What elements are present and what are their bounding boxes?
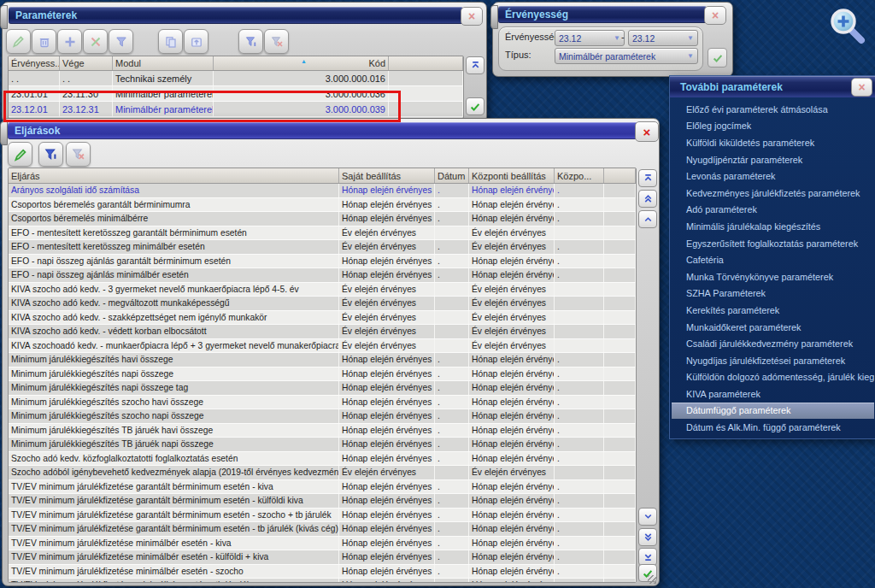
table-row[interactable]: EFO - napi összeg ajánlás garantált bérm… — [9, 255, 636, 269]
table-row[interactable]: Szocho adó kedv. közfoglalkoztatotti fog… — [9, 452, 636, 467]
panel-item[interactable]: Adó paraméterek — [672, 202, 874, 219]
table-row[interactable]: TV/EV minimum járulékfizetése minimálbér… — [9, 579, 636, 583]
close-button[interactable]: × — [851, 78, 872, 97]
table-row[interactable]: KIVA szocho adó kedv. - szakképzettséget… — [9, 311, 636, 326]
panel-item[interactable]: Külföldön dolgozó adómentesség, járulék … — [672, 369, 874, 386]
filter-clear-button[interactable] — [264, 29, 289, 54]
panel-item[interactable]: Külföldi kiküldetés paraméterek — [672, 134, 874, 151]
panel-item[interactable]: Dátumfüggő paraméterek — [672, 403, 874, 420]
table-row[interactable]: TV/EV minimum járulékfizetése garantált … — [9, 522, 636, 537]
panel-item[interactable]: Levonás paraméterek — [672, 168, 874, 185]
table-row[interactable]: Minimum járulékkiegészítés napi összege … — [9, 381, 636, 396]
header-cell[interactable]: Eljárás — [9, 168, 339, 183]
close-button[interactable]: × — [704, 6, 726, 25]
table-row[interactable]: TV/EV minimum járulékfizetése garantált … — [9, 480, 636, 495]
panel-titlebar[interactable]: További paraméterek — [670, 76, 875, 97]
panel-item[interactable]: Minimális járulékalap kiegészítés — [672, 218, 874, 235]
scroll-top-button[interactable] — [638, 169, 657, 187]
delete-button[interactable] — [32, 29, 56, 54]
header-cell-sorted[interactable]: ▲ Kód — [214, 56, 389, 70]
panel-item[interactable]: Munkaidőkeret paraméterek — [672, 319, 874, 336]
type-select[interactable]: Minimálbér paraméterek ▼ — [555, 48, 698, 64]
table-row[interactable]: KIVA szochoadó kedv. - munkaerőpiacra lé… — [9, 339, 636, 354]
table-row[interactable]: Arányos szolgálati idő számításaHónap el… — [9, 184, 636, 198]
panel-item[interactable]: Családi járulékkedvezmény paraméterek — [672, 335, 874, 352]
table-row[interactable]: EFO - napi összeg ajánlás minimálbér ese… — [9, 268, 636, 283]
header-cell[interactable]: Érvényess... — [9, 56, 60, 70]
cell: . — [555, 438, 604, 451]
table-row[interactable]: Minimum járulékkiegészítés szocho napi ö… — [9, 409, 636, 424]
table-row[interactable]: TV/EV minimum járulékfizetése minimálbér… — [9, 565, 636, 579]
filter-button[interactable] — [109, 29, 133, 54]
page-down-button[interactable] — [638, 528, 657, 546]
panel-item[interactable]: Kedvezményes járulékfizetés paraméterek — [672, 185, 874, 202]
table-row[interactable]: TV/EV minimum járulékfizetése minimálbér… — [9, 550, 636, 565]
edit-button[interactable] — [8, 142, 32, 167]
cell — [604, 184, 636, 197]
panel-item[interactable]: Egyszerűsített foglalkoztatás paramétere… — [672, 235, 874, 252]
table-row[interactable]: Minimum járulékkiegészítés napi összegeH… — [9, 368, 636, 382]
panel-item[interactable]: Előző évi paraméterek átmásolása — [672, 101, 874, 118]
header-cell[interactable]: Vége — [60, 56, 113, 70]
header-cell[interactable]: Közpo... — [555, 168, 604, 183]
type-value: Minimálbér paraméterek — [559, 51, 687, 62]
close-button[interactable]: × — [635, 121, 659, 142]
confirm-button[interactable] — [708, 48, 727, 68]
panel-item[interactable]: Előleg jogcímek — [672, 118, 874, 135]
header-cell[interactable]: Modul — [113, 56, 214, 70]
add-button[interactable] — [57, 29, 82, 54]
panel-item[interactable]: KIVA paraméterek — [672, 385, 874, 403]
edit-button[interactable] — [6, 29, 31, 54]
table-row[interactable]: Minimum járulékkiegészítés szocho havi ö… — [9, 396, 636, 410]
header-cell[interactable] — [604, 168, 636, 183]
cell: . — [555, 424, 604, 438]
table-row[interactable]: Minimum járulékkiegészítés TB járuék nap… — [9, 438, 636, 452]
header-cell[interactable] — [389, 56, 463, 70]
table-row[interactable]: Minimum járulékkiegészítés havi összegeH… — [9, 353, 636, 368]
header-cell[interactable]: Saját beállítás — [339, 168, 435, 183]
zoom-in-button[interactable] — [825, 5, 870, 50]
validity-to-select[interactable]: 23.12 ▼ — [628, 30, 698, 46]
filter-clear-button[interactable] — [66, 142, 91, 167]
table-row[interactable]: EFO - mentesített keretösszeg minimálbér… — [9, 240, 636, 255]
eljarasok-titlebar[interactable]: Eljárások — [8, 122, 640, 139]
scroll-bottom-button[interactable] — [638, 548, 657, 566]
table-row[interactable]: Szocho adóból igénybevehető kedvezmények… — [9, 466, 636, 480]
panel-item[interactable]: SZHA Paraméterek — [672, 285, 874, 303]
ervenyesseg-titlebar[interactable]: Érvényesség — [498, 6, 707, 23]
table-row[interactable]: EFO - mentesített keretösszeg garantált … — [9, 226, 636, 241]
header-cell[interactable]: Dátum — [435, 168, 469, 183]
panel-item[interactable]: Munka Törvénykönyve paraméterek — [672, 268, 874, 285]
export-button[interactable] — [184, 29, 208, 54]
table-row[interactable]: TV/EV minimum járulékfizetése garantált … — [9, 509, 636, 523]
scroll-top-button[interactable] — [466, 56, 484, 74]
validity-from-select[interactable]: 23.12 ▼ — [555, 30, 625, 46]
copy-button[interactable] — [158, 29, 183, 54]
scroll-down-button[interactable] — [638, 508, 657, 526]
panel-item[interactable]: Kerekítés paraméterek — [672, 302, 874, 319]
filter-apply-button[interactable] — [238, 29, 263, 54]
confirm-button[interactable] — [466, 97, 484, 115]
parameterek-titlebar[interactable]: Paraméterek — [9, 7, 463, 24]
resize-grip[interactable] — [648, 575, 656, 584]
cell — [604, 368, 636, 381]
cancel-button[interactable] — [83, 29, 108, 54]
panel-item[interactable]: Nyugdíjas járulékfizetései paraméterek — [672, 352, 874, 369]
table-row[interactable]: Minimum járulékkiegészítés TB járuék hav… — [9, 424, 636, 438]
page-up-button[interactable] — [638, 190, 657, 208]
filter-apply-button[interactable] — [38, 142, 63, 167]
table-row[interactable]: TV/EV minimum járulékfizetése minimálbér… — [9, 537, 636, 551]
table-row[interactable]: KIVA szocho adó kedv. - védett korban el… — [9, 325, 636, 339]
table-row[interactable]: Csoportos béremelés minimálbérreHónap el… — [9, 212, 636, 226]
table-row[interactable]: Csoportos béremelés garantált bérminimum… — [9, 198, 636, 213]
table-row[interactable]: KIVA szocho adó kedv. - megváltozott mun… — [9, 297, 636, 311]
table-row[interactable]: KIVA szocho adó kedv. - 3 gyermeket neve… — [9, 283, 636, 297]
close-button[interactable]: × — [461, 7, 483, 26]
header-cell[interactable]: Központi beállítás — [469, 168, 555, 183]
panel-item[interactable]: Nyugdíjpénztár paraméterek — [672, 151, 874, 168]
panel-item[interactable]: Cafetéria — [672, 251, 874, 268]
table-row[interactable]: . .. .Technikai személy3.000.000.016 — [9, 71, 463, 86]
panel-item[interactable]: Dátum és Alk.Min. függő paraméterek — [672, 419, 874, 436]
table-row[interactable]: TV/EV minimum járulékfizetése garantált … — [9, 494, 636, 509]
scroll-up-button[interactable] — [638, 210, 657, 228]
